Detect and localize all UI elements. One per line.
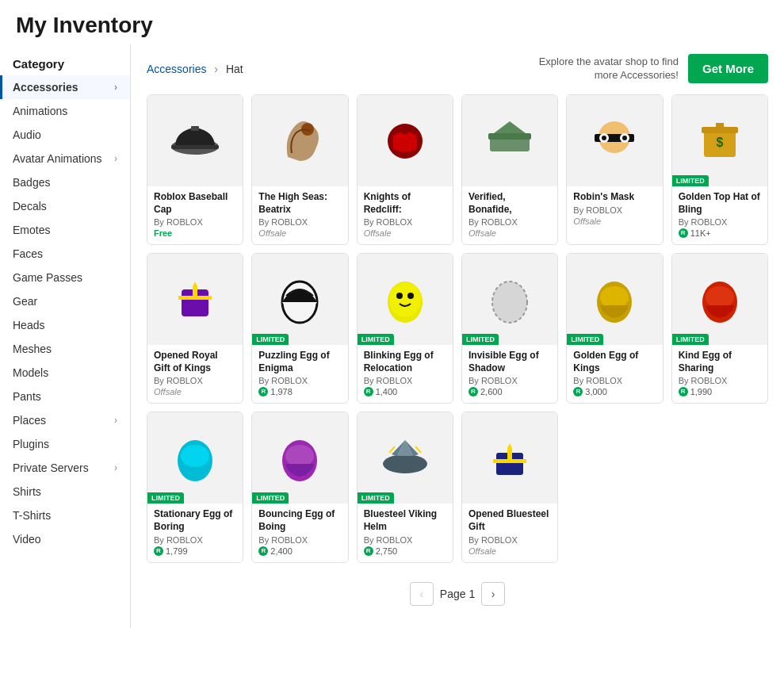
item-price-row: R1,978 <box>258 387 341 396</box>
chevron-icon: › <box>114 462 117 473</box>
page-title: My Inventory <box>16 13 768 38</box>
next-page-button[interactable]: › <box>481 582 505 606</box>
item-image: LIMITED <box>358 412 453 504</box>
item-card[interactable]: Knights of Redcliff: By ROBLOX Offsale <box>357 94 453 245</box>
item-image: $ LIMITED <box>672 95 767 186</box>
sidebar-item-animations[interactable]: Animations <box>0 99 130 123</box>
sidebar-item-places[interactable]: Places› <box>0 408 130 432</box>
main-content: Accessories › Hat Explore the avatar sho… <box>131 44 784 628</box>
breadcrumb-parent[interactable]: Accessories <box>147 63 206 75</box>
item-name: Bluesteel Viking Helm <box>364 508 446 533</box>
sidebar-item-avatar-animations[interactable]: Avatar Animations› <box>0 147 130 170</box>
svg-point-33 <box>706 286 734 308</box>
item-image: LIMITED <box>462 254 557 345</box>
sidebar-item-emotes[interactable]: Emotes <box>0 218 130 242</box>
sidebar-item-gear[interactable]: Gear <box>0 289 130 313</box>
item-creator: By ROBLOX <box>258 217 341 227</box>
svg-point-25 <box>389 282 421 317</box>
sidebar-item-meshes[interactable]: Meshes <box>0 337 130 361</box>
item-card[interactable]: Verified, Bonafide, By ROBLOX Offsale <box>461 94 558 245</box>
item-card[interactable]: Opened Royal Gift of Kings By ROBLOX Off… <box>147 253 243 404</box>
svg-rect-46 <box>507 448 512 459</box>
item-price: Offsale <box>364 228 392 238</box>
item-name: Opened Royal Gift of Kings <box>154 350 236 374</box>
get-more-button[interactable]: Get More <box>688 54 768 83</box>
sidebar-item-video[interactable]: Video <box>0 527 130 551</box>
item-creator: By ROBLOX <box>679 217 761 227</box>
item-card[interactable]: Robin's Mask By ROBLOX Offsale <box>566 94 663 245</box>
item-creator: By ROBLOX <box>573 376 656 385</box>
robux-icon: R <box>258 546 268 556</box>
svg-rect-2 <box>191 126 199 131</box>
item-price-row: R3,000 <box>573 387 656 396</box>
robux-icon: R <box>468 387 478 396</box>
sidebar: Category Accessories›AnimationsAudioAvat… <box>0 44 131 628</box>
sidebar-item-private-servers[interactable]: Private Servers› <box>0 456 130 480</box>
svg-rect-7 <box>488 133 531 140</box>
item-card[interactable]: LIMITED Stationary Egg of Boring By ROBL… <box>147 412 243 562</box>
sidebar-item-game-passes[interactable]: Game Passes <box>0 266 130 289</box>
sidebar-item-label-faces: Faces <box>13 247 43 260</box>
sidebar-item-pants[interactable]: Pants <box>0 385 130 408</box>
item-info: Opened Royal Gift of Kings By ROBLOX Off… <box>147 345 243 403</box>
item-price: 3,000 <box>585 387 607 396</box>
item-name: Opened Bluesteel Gift <box>468 508 551 533</box>
item-card[interactable]: LIMITED Bluesteel Viking Helm By ROBLOX … <box>357 412 453 562</box>
sidebar-item-heads[interactable]: Heads <box>0 313 130 337</box>
svg-point-27 <box>407 293 414 299</box>
item-card[interactable]: LIMITED Golden Egg of Kings By ROBLOX R3… <box>566 253 663 404</box>
page-label: Page 1 <box>440 588 475 600</box>
item-price-row: R2,750 <box>364 546 446 556</box>
sidebar-item-label-avatar-animations: Avatar Animations <box>13 152 102 165</box>
sidebar-item-faces[interactable]: Faces <box>0 242 130 266</box>
item-creator: By ROBLOX <box>258 535 341 545</box>
item-card[interactable]: LIMITED Blinking Egg of Relocation By RO… <box>357 253 453 404</box>
item-name: Knights of Redcliff: <box>364 191 446 216</box>
sidebar-item-badges[interactable]: Badges <box>0 170 130 194</box>
sidebar-item-label-decals: Decals <box>13 200 47 213</box>
sidebar-item-label-game-passes: Game Passes <box>13 271 82 284</box>
item-price-row: Offsale <box>573 216 656 226</box>
item-name: Robin's Mask <box>573 191 656 204</box>
item-image <box>147 254 243 345</box>
item-creator: By ROBLOX <box>258 376 341 385</box>
sidebar-item-label-video: Video <box>13 533 41 546</box>
sidebar-item-models[interactable]: Models <box>0 361 130 385</box>
prev-page-button[interactable]: ‹ <box>410 582 434 606</box>
item-price: Offsale <box>154 387 182 396</box>
item-name: Golden Top Hat of Bling <box>679 191 761 216</box>
sidebar-item-shirts[interactable]: Shirts <box>0 480 130 504</box>
sidebar-item-decals[interactable]: Decals <box>0 194 130 218</box>
item-creator: By ROBLOX <box>154 535 236 545</box>
item-card[interactable]: Opened Bluesteel Gift By ROBLOX Offsale <box>461 412 558 562</box>
robux-icon: R <box>679 228 688 238</box>
item-card[interactable]: $ LIMITED Golden Top Hat of Bling By ROB… <box>671 94 768 245</box>
item-card[interactable]: LIMITED Invisible Egg of Shadow By ROBLO… <box>461 253 558 404</box>
item-card[interactable]: Roblox Baseball Cap By ROBLOX Free <box>147 94 243 245</box>
item-card[interactable]: LIMITED Kind Egg of Sharing By ROBLOX R1… <box>671 253 768 404</box>
sidebar-item-accessories[interactable]: Accessories› <box>0 75 130 99</box>
item-card[interactable]: LIMITED Bouncing Egg of Boing By ROBLOX … <box>251 412 348 562</box>
item-info: Verified, Bonafide, By ROBLOX Offsale <box>462 186 557 244</box>
item-card[interactable]: The High Seas: Beatrix By ROBLOX Offsale <box>251 94 348 245</box>
item-price: Offsale <box>573 216 601 226</box>
item-info: Blinking Egg of Relocation By ROBLOX R1,… <box>358 345 453 403</box>
item-creator: By ROBLOX <box>573 205 656 215</box>
item-price: Offsale <box>468 546 496 556</box>
svg-point-38 <box>383 454 427 473</box>
item-image: LIMITED <box>567 254 662 345</box>
pagination: ‹ Page 1 › <box>147 582 768 618</box>
item-info: Stationary Egg of Boring By ROBLOX R1,79… <box>147 504 243 561</box>
item-name: Roblox Baseball Cap <box>154 191 236 216</box>
sidebar-item-plugins[interactable]: Plugins <box>0 432 130 456</box>
items-grid: Roblox Baseball Cap By ROBLOX Free The H… <box>147 94 768 563</box>
breadcrumb-separator: › <box>214 63 218 75</box>
item-card[interactable]: LIMITED Puzzling Egg of Enigma By ROBLOX… <box>251 253 348 404</box>
item-price-row: Offsale <box>258 228 341 238</box>
item-price-row: R1,400 <box>364 387 446 396</box>
sidebar-item-label-models: Models <box>13 366 48 379</box>
sidebar-item-t-shirts[interactable]: T-Shirts <box>0 504 130 527</box>
sidebar-item-audio[interactable]: Audio <box>0 123 130 147</box>
svg-point-26 <box>396 293 403 299</box>
item-price-row: R1,990 <box>679 387 761 396</box>
